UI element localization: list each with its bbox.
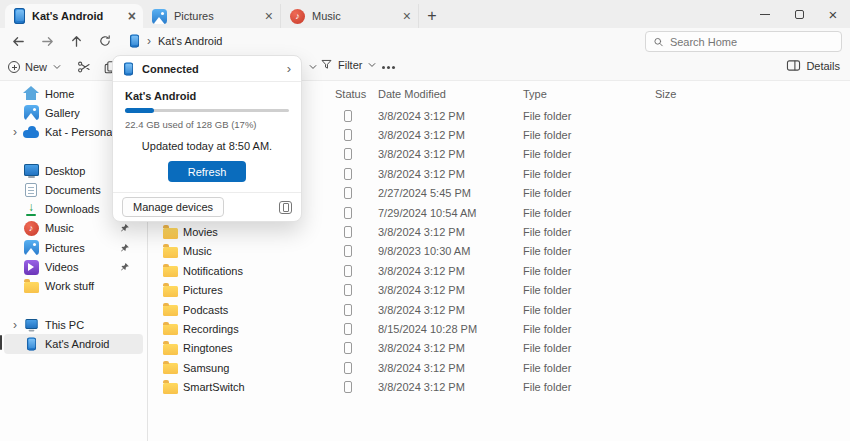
file-name: Movies (183, 226, 218, 238)
device-status-popup: Connected Kat's Android 22.4 GB used of … (112, 55, 302, 222)
on-device-status-icon (344, 342, 352, 354)
tab[interactable]: Kat's Android (5, 4, 143, 28)
sidebar-item[interactable]: This PC (4, 315, 143, 334)
date-modified: 9/8/2023 10:30 AM (378, 245, 523, 257)
maximize-button[interactable] (782, 0, 816, 28)
file-type: File folder (523, 265, 655, 277)
device-name: Kat's Android (125, 90, 289, 102)
minimize-button[interactable] (748, 0, 782, 28)
file-name: Music (183, 245, 212, 257)
new-button[interactable]: New (8, 61, 62, 73)
close-button[interactable] (816, 0, 850, 28)
tab-close-icon[interactable] (128, 8, 136, 24)
minimize-icon (760, 14, 770, 15)
file-name: Podcasts (183, 304, 228, 316)
manage-devices-button[interactable]: Manage devices (122, 197, 224, 217)
icon-glyph (24, 260, 39, 275)
date-modified: 3/8/2024 3:12 PM (378, 362, 523, 374)
on-device-status-icon (344, 323, 352, 335)
search-input[interactable] (670, 36, 834, 48)
cut-button[interactable] (77, 60, 91, 74)
table-row[interactable]: Pictures 3/8/2024 3:12 PM File folder (148, 281, 850, 300)
up-icon (69, 34, 84, 49)
search-icon (653, 36, 664, 48)
table-row[interactable]: Ringtones 3/8/2024 3:12 PM File folder (148, 339, 850, 358)
on-device-status-icon (344, 129, 352, 141)
on-device-status-icon (344, 187, 352, 199)
file-type: File folder (523, 168, 655, 180)
sidebar-item-label: Music (45, 222, 74, 234)
filter-button[interactable]: Filter (320, 58, 377, 71)
tab-icon (152, 9, 167, 24)
file-type: File folder (523, 342, 655, 354)
table-row[interactable]: Recordings 8/15/2024 10:28 PM File folde… (148, 319, 850, 338)
storage-text: 22.4 GB used of 128 GB (17%) (125, 119, 289, 130)
table-row[interactable]: SmartSwitch 3/8/2024 3:12 PM File folder (148, 377, 850, 396)
details-view-button[interactable]: Details (786, 59, 840, 72)
breadcrumb-device-label: Kat's Android (158, 35, 222, 47)
expand-chevron-icon[interactable] (9, 125, 21, 139)
table-row[interactable]: Podcasts 3/8/2024 3:12 PM File folder (148, 300, 850, 319)
sidebar-item-icon (21, 183, 41, 197)
sidebar-item-icon (21, 280, 41, 293)
sidebar-item[interactable]: Videos (4, 257, 143, 276)
refresh-button[interactable]: Refresh (168, 161, 246, 182)
table-row[interactable]: Notifications 3/8/2024 3:12 PM File fold… (148, 261, 850, 280)
sidebar-item[interactable]: Pictures (4, 238, 143, 257)
column-size[interactable]: Size (655, 88, 715, 100)
phone-icon (130, 34, 139, 47)
tab-close-icon[interactable] (265, 8, 273, 24)
on-device-status-icon (344, 304, 352, 316)
more-options-button[interactable] (382, 66, 385, 69)
refresh-button[interactable] (97, 33, 113, 49)
sidebar-item-label: Pictures (45, 242, 85, 254)
search-box[interactable] (645, 31, 842, 52)
on-device-status-icon (344, 168, 352, 180)
date-modified: 7/29/2024 10:54 AM (378, 207, 523, 219)
sort-chevron-icon[interactable] (308, 62, 318, 72)
table-row[interactable]: Movies 3/8/2024 3:12 PM File folder (148, 222, 850, 241)
file-name: Recordings (183, 323, 239, 335)
sidebar-item-label: Documents (45, 184, 101, 196)
up-button[interactable] (68, 33, 84, 49)
folder-icon (163, 363, 178, 374)
updated-text: Updated today at 8:50 AM. (125, 140, 289, 152)
file-name: Notifications (183, 265, 243, 277)
device-settings-icon[interactable] (279, 201, 292, 214)
tab-label: Kat's Android (32, 10, 121, 22)
file-type: File folder (523, 129, 655, 141)
popup-header[interactable]: Connected (113, 56, 301, 82)
file-type: File folder (523, 187, 655, 199)
sidebar-item-icon (21, 336, 41, 352)
file-type: File folder (523, 284, 655, 296)
expand-chevron-icon[interactable] (9, 318, 21, 332)
tab-close-icon[interactable] (403, 8, 411, 24)
icon-glyph (24, 221, 39, 236)
sidebar-item-icon (21, 221, 41, 236)
tab-label: Pictures (174, 10, 258, 22)
sidebar-item[interactable]: Kat's Android (4, 334, 143, 353)
tab[interactable]: Music (281, 4, 419, 28)
breadcrumb[interactable]: Kat's Android (129, 33, 222, 49)
tab[interactable]: Pictures (143, 4, 281, 28)
back-button[interactable] (10, 33, 26, 49)
file-type: File folder (523, 323, 655, 335)
sidebar-item-icon (21, 86, 41, 101)
table-row[interactable]: Samsung 3/8/2024 3:12 PM File folder (148, 358, 850, 377)
date-modified: 3/8/2024 3:12 PM (378, 226, 523, 238)
table-row[interactable]: Music 9/8/2023 10:30 AM File folder (148, 242, 850, 261)
forward-button[interactable] (39, 33, 55, 49)
sidebar-item-label: Gallery (45, 107, 80, 119)
column-date-modified[interactable]: Date Modified (378, 88, 523, 100)
forward-icon (40, 34, 55, 49)
sidebar-item-label: Videos (45, 261, 78, 273)
column-type[interactable]: Type (523, 88, 655, 100)
sidebar-item-icon (21, 240, 41, 255)
on-device-status-icon (344, 207, 352, 219)
sidebar-item[interactable]: Work stuff (4, 277, 143, 296)
column-status[interactable]: Status (335, 88, 378, 100)
storage-progress-bar (125, 109, 289, 112)
new-tab-button[interactable] (419, 4, 445, 28)
file-name: SmartSwitch (183, 381, 245, 393)
pin-icon (120, 262, 130, 272)
